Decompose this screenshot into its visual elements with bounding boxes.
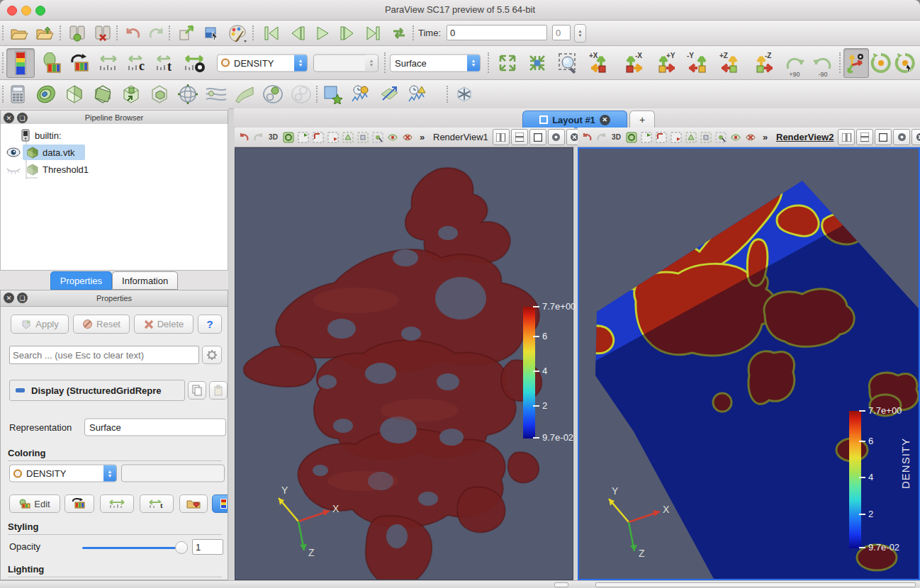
interactive-select-cells-icon[interactable] (714, 130, 727, 144)
select-frustum-cells-icon[interactable] (669, 130, 683, 144)
slice-button[interactable] (91, 84, 115, 105)
view-plus-x-button[interactable]: +X (585, 48, 617, 78)
split-horizontal-button[interactable] (838, 129, 855, 145)
interactive-select-points-icon[interactable] (729, 130, 742, 144)
reset-button[interactable]: Reset (73, 315, 130, 334)
temporal-interpolator-button[interactable] (452, 84, 476, 105)
view-minus-y-button[interactable]: -Y (683, 48, 714, 78)
hover-cells-icon[interactable] (400, 130, 414, 144)
toolbar-handle[interactable] (2, 52, 6, 72)
color-legend[interactable] (523, 307, 535, 439)
search-options-button[interactable] (202, 346, 222, 364)
plot-over-line-button[interactable] (377, 84, 401, 105)
view-minus-z-button[interactable]: -Z (748, 48, 780, 78)
eye-visible-icon[interactable] (6, 147, 21, 157)
open-button[interactable] (7, 23, 31, 44)
adjust-camera-icon[interactable] (281, 130, 295, 144)
maximize-view-button[interactable] (875, 129, 892, 145)
opacity-slider-track[interactable] (82, 547, 180, 549)
toolbar-handle[interactable] (252, 26, 256, 40)
split-vertical-button[interactable] (511, 129, 528, 145)
select-frustum-cells-icon[interactable] (326, 130, 340, 144)
camera-undo-icon[interactable] (580, 130, 593, 144)
eye-hidden-icon[interactable] (6, 164, 21, 174)
close-view-button[interactable] (911, 129, 920, 145)
zoom-to-data-button[interactable] (523, 48, 551, 78)
renderview1-canvas[interactable]: 7.7e+00 6 4 2 9.7e-02 Y X Z (235, 147, 573, 580)
extract-selection-button[interactable] (320, 84, 344, 105)
rescale-custom-range-button[interactable]: c (123, 49, 150, 77)
rotate-90-cw-button[interactable]: +90 (781, 48, 808, 78)
toolbar-handle[interactable] (488, 52, 491, 72)
toolbar-overflow-chevron[interactable]: » (758, 130, 772, 144)
previous-frame-button[interactable] (285, 23, 309, 44)
plot-selection-over-time-button[interactable] (349, 84, 373, 105)
calculator-button[interactable] (6, 84, 30, 105)
representation-combo[interactable]: Surface▲▼ (390, 54, 481, 72)
paste-display-button[interactable] (209, 381, 228, 400)
close-dock-icon[interactable]: ✕ (4, 113, 14, 123)
float-dock-icon[interactable]: ❏ (17, 113, 28, 123)
rescale-temporal-button-small[interactable]: t (140, 494, 174, 513)
split-horizontal-button[interactable] (493, 129, 510, 145)
warp-vector-button[interactable] (232, 84, 257, 105)
coloring-array-combo[interactable]: DENSITY▲▼ (9, 465, 117, 482)
split-vertical-button[interactable] (856, 129, 873, 145)
center-axes-visibility-button[interactable] (843, 48, 869, 78)
loop-button[interactable] (387, 23, 411, 44)
connect-button[interactable] (65, 23, 89, 44)
select-block-icon[interactable] (699, 130, 712, 144)
apply-button[interactable]: Apply (11, 315, 69, 334)
view-minus-x-button[interactable]: -X (618, 48, 649, 78)
display-section-header[interactable]: Display (StructuredGridRepre (9, 380, 185, 401)
time-input[interactable] (447, 25, 547, 40)
toggle-2d3d-icon[interactable]: 3D (610, 130, 623, 144)
select-block-icon[interactable] (356, 130, 369, 144)
zoom-to-box-button[interactable] (554, 48, 583, 78)
maximize-view-button[interactable] (529, 129, 546, 145)
toolbar-handle[interactable] (413, 26, 416, 40)
next-frame-button[interactable] (336, 23, 360, 44)
search-input[interactable] (9, 346, 199, 364)
toolbar-handle[interactable] (116, 26, 120, 40)
load-state-button[interactable] (33, 23, 57, 44)
rotate-90-ccw-button[interactable]: -90 (809, 48, 836, 78)
pipeline-item-datavtk[interactable]: data.vtk (1, 144, 228, 161)
coloring-component-combo[interactable] (121, 465, 225, 482)
help-button[interactable]: ? (198, 315, 222, 334)
threshold-button[interactable] (119, 84, 143, 105)
color-component-combo[interactable]: ▲▼ (313, 54, 378, 72)
rescale-remap-button[interactable] (67, 49, 94, 77)
contour-button[interactable] (34, 84, 58, 105)
group-datasets-button[interactable] (261, 84, 285, 105)
glyph-button[interactable] (176, 84, 200, 105)
edit-color-map-button[interactable] (38, 49, 65, 77)
copy-display-button[interactable] (188, 381, 206, 400)
pipeline-item-threshold1[interactable]: Threshold1 (1, 161, 228, 178)
reset-camera-button[interactable] (493, 48, 522, 78)
toggle-2d3d-icon[interactable]: 3D (267, 130, 280, 144)
select-polygon-cells-icon[interactable] (684, 130, 697, 144)
select-surface-cells-icon[interactable] (296, 130, 310, 144)
opacity-input[interactable] (192, 539, 223, 555)
pipeline-item-builtin[interactable]: builtin: (1, 127, 228, 144)
detach-view-button[interactable] (548, 129, 565, 145)
toolbar-handle[interactable] (60, 26, 63, 40)
extract-subset-button[interactable] (147, 84, 172, 105)
first-frame-button[interactable] (259, 23, 284, 44)
time-step-input[interactable] (552, 25, 571, 40)
view-plus-y-button[interactable]: +Y (651, 48, 682, 78)
hover-cells-icon[interactable] (744, 130, 757, 144)
color-legend[interactable] (849, 411, 861, 548)
rescale-data-range-button-small[interactable] (64, 494, 94, 513)
close-dock-icon[interactable]: ✕ (4, 293, 14, 303)
representation-select[interactable]: Surface (84, 419, 226, 436)
scalar-coloring-extra-button[interactable] (212, 494, 228, 513)
choose-preset-button[interactable] (179, 494, 208, 513)
disconnect-button[interactable] (91, 23, 115, 44)
toolbar-handle[interactable] (316, 86, 320, 103)
delete-button[interactable]: Delete (134, 315, 193, 334)
toolbar-handle[interactable] (384, 52, 388, 72)
detach-view-button[interactable] (893, 129, 910, 145)
interactive-select-cells-icon[interactable] (371, 130, 384, 144)
